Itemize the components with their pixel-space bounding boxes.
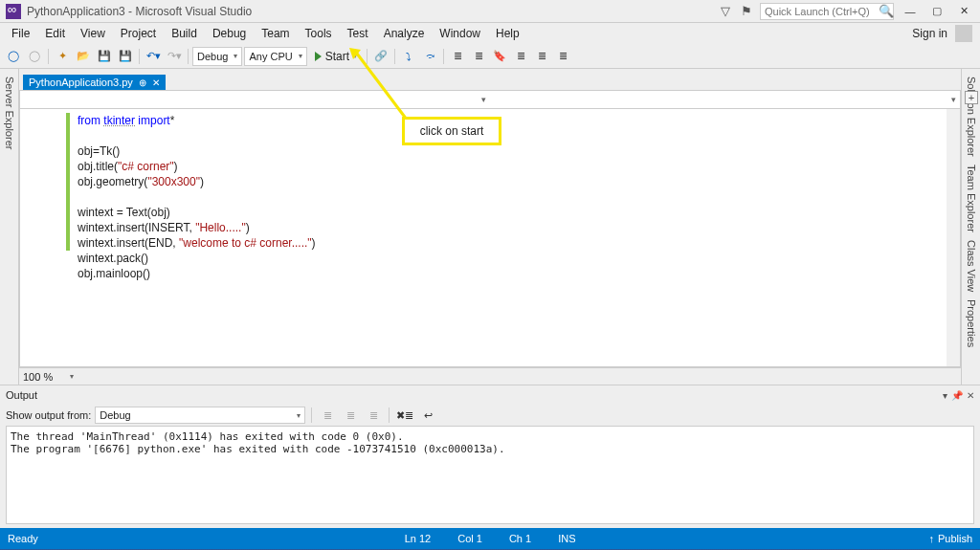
menu-test[interactable]: Test xyxy=(340,25,376,42)
menu-analyze[interactable]: Analyze xyxy=(376,25,433,42)
publish-label[interactable]: Publish xyxy=(938,533,972,544)
right-tab-team-explorer[interactable]: Team Explorer xyxy=(966,161,977,236)
step-over-icon[interactable]: ⤼ xyxy=(420,47,439,66)
window-title: PythonApplication3 - Microsoft Visual St… xyxy=(27,5,252,18)
menu-file[interactable]: File xyxy=(4,25,37,42)
right-tab-properties[interactable]: Properties xyxy=(966,296,977,351)
menu-edit[interactable]: Edit xyxy=(37,25,73,42)
open-file-icon[interactable]: 📂 xyxy=(74,47,93,66)
start-button[interactable]: Start▾ xyxy=(309,47,363,66)
output-tool-icon[interactable]: ≣ xyxy=(318,406,337,425)
pin-icon[interactable]: 📌 xyxy=(951,390,963,401)
status-ins: INS xyxy=(545,533,589,544)
status-ch: Ch 1 xyxy=(496,533,545,544)
show-output-label: Show output from: xyxy=(6,409,91,421)
new-project-icon[interactable]: ✦ xyxy=(53,47,72,66)
toolbar: ◯ ◯ ✦ 📂 💾 💾 ↶▾ ↷▾ Debug Any CPU Start▾ 🔗… xyxy=(0,44,980,69)
status-line: Ln 12 xyxy=(391,533,445,544)
nav-dropdowns[interactable]: ▾▾ xyxy=(19,90,961,109)
platform-dropdown[interactable]: Any CPU xyxy=(244,47,306,66)
titlebar: PythonApplication3 - Microsoft Visual St… xyxy=(0,0,980,23)
code-editor[interactable]: from tkinter import* obj=Tk() obj.title(… xyxy=(19,109,961,367)
menu-team[interactable]: Team xyxy=(254,25,297,42)
bookmark-icon[interactable]: 🔖 xyxy=(490,47,509,66)
output-tool-icon[interactable]: ≣ xyxy=(364,406,383,425)
server-explorer-tab[interactable]: Server Explorer xyxy=(4,73,15,153)
maximize-button[interactable]: ▢ xyxy=(926,3,947,20)
close-icon[interactable]: ✕ xyxy=(967,390,974,401)
autohide-icon[interactable]: ▾ xyxy=(943,390,947,401)
menubar: FileEditViewProjectBuildDebugTeamToolsTe… xyxy=(0,23,980,44)
right-tab-class-view[interactable]: Class View xyxy=(966,236,977,296)
editor-tabs: PythonApplication3.py ⊕ ✕ xyxy=(19,69,961,90)
right-tab-solution-explorer[interactable]: Solution Explorer xyxy=(966,73,977,161)
close-button[interactable]: ✕ xyxy=(953,3,974,20)
output-panel: Output ▾📌✕ Show output from: Debug ≣ ≣ ≣… xyxy=(0,385,980,528)
toolbar-icon[interactable]: ≣ xyxy=(553,47,572,66)
output-title: Output xyxy=(6,389,37,401)
status-col: Col 1 xyxy=(444,533,496,544)
menu-view[interactable]: View xyxy=(73,25,113,42)
redo-icon[interactable]: ↷▾ xyxy=(165,47,184,66)
wrap-icon[interactable]: ↩ xyxy=(418,406,437,425)
nav-back-button[interactable]: ◯ xyxy=(4,47,23,66)
menu-tools[interactable]: Tools xyxy=(298,25,340,42)
tab-close-icon[interactable]: ✕ xyxy=(152,77,160,88)
notifications-icon[interactable]: ⚑ xyxy=(739,4,754,19)
quick-launch-input[interactable] xyxy=(760,3,894,20)
uncomment-icon[interactable]: ≣ xyxy=(469,47,488,66)
config-dropdown[interactable]: Debug xyxy=(192,47,242,66)
output-tool-icon[interactable]: ≣ xyxy=(341,406,360,425)
toolbar-icon[interactable]: ≣ xyxy=(511,47,530,66)
menu-window[interactable]: Window xyxy=(432,25,488,42)
undo-icon[interactable]: ↶▾ xyxy=(144,47,163,66)
filter-icon[interactable]: ▽ xyxy=(718,4,733,19)
user-icon[interactable] xyxy=(955,25,972,42)
zoom-dropdown[interactable]: 100 % xyxy=(19,367,961,385)
menu-debug[interactable]: Debug xyxy=(205,25,254,42)
play-icon xyxy=(315,52,322,61)
scrollbar-vertical[interactable] xyxy=(947,109,960,366)
save-icon[interactable]: 💾 xyxy=(95,47,114,66)
toolbar-icon[interactable]: ≣ xyxy=(532,47,551,66)
minimize-button[interactable]: — xyxy=(900,3,921,20)
expand-icon[interactable]: + xyxy=(965,91,978,104)
search-icon[interactable]: 🔍 xyxy=(879,4,894,19)
save-all-icon[interactable]: 💾 xyxy=(116,47,135,66)
clear-icon[interactable]: ✖≣ xyxy=(395,406,414,425)
output-source-dropdown[interactable]: Debug xyxy=(95,407,305,424)
step-into-icon[interactable]: ⤵ xyxy=(399,47,418,66)
output-text[interactable]: The thread 'MainThread' (0x1114) has exi… xyxy=(6,426,974,524)
right-sidebar: Solution ExplorerTeam ExplorerClass View… xyxy=(961,69,980,385)
left-sidebar[interactable]: Server Explorer xyxy=(0,69,19,385)
menu-build[interactable]: Build xyxy=(164,25,205,42)
pin-icon[interactable]: ⊕ xyxy=(139,77,146,88)
browser-link-icon[interactable]: 🔗 xyxy=(371,47,390,66)
status-ready: Ready xyxy=(8,533,52,544)
file-tab-label: PythonApplication3.py xyxy=(29,77,133,88)
comment-icon[interactable]: ≣ xyxy=(448,47,467,66)
nav-fwd-button[interactable]: ◯ xyxy=(25,47,44,66)
publish-icon[interactable]: ↑ xyxy=(928,533,934,544)
menu-project[interactable]: Project xyxy=(113,25,164,42)
annotation-callout: click on start xyxy=(402,117,501,145)
vs-logo-icon xyxy=(6,4,21,19)
signin-link[interactable]: Sign in xyxy=(912,27,947,40)
menu-help[interactable]: Help xyxy=(488,25,527,42)
file-tab[interactable]: PythonApplication3.py ⊕ ✕ xyxy=(23,75,166,90)
statusbar: Ready Ln 12 Col 1 Ch 1 INS ↑Publish xyxy=(0,528,980,549)
